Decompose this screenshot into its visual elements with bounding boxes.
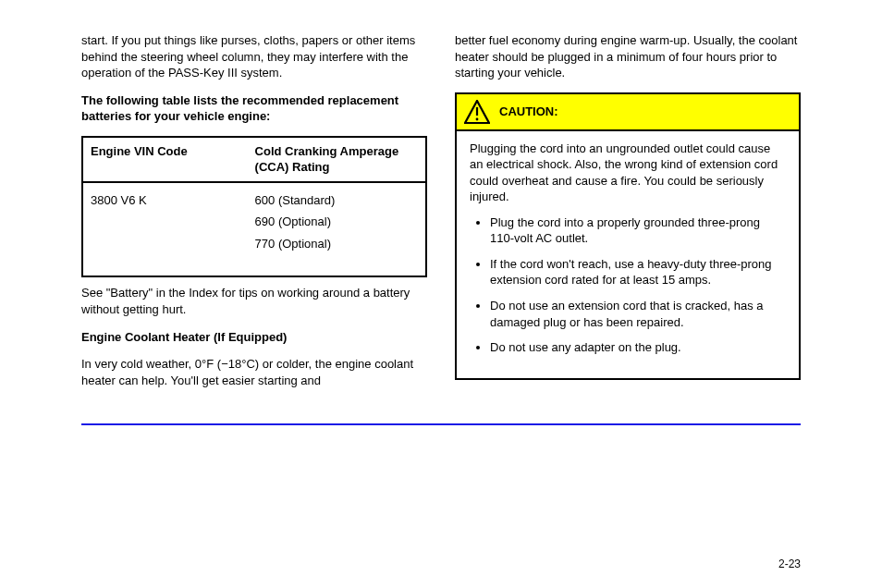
footer-rule (81, 423, 801, 425)
caution-box: CAUTION: Plugging the cord into an ungro… (455, 92, 801, 380)
caution-header: CAUTION: (457, 94, 799, 131)
right-column: better fuel economy during engine warm-u… (455, 32, 801, 399)
table-header-row: Engine VIN Code Cold Cranking Amperage (… (83, 138, 425, 183)
cell-cca-values: 600 (Standard) 690 (Optional) 770 (Optio… (248, 183, 425, 276)
caution-bullet: Plug the cord into a properly grounded t… (490, 214, 786, 247)
caution-bullet: Do not use an extension cord that is cra… (490, 298, 786, 330)
page-number: 2-23 (778, 557, 801, 571)
warning-triangle-icon (464, 100, 490, 124)
caution-bullet: If the cord won't reach, use a heavy-dut… (490, 256, 786, 288)
caution-lead: Plugging the cord into an ungrounded out… (470, 141, 786, 205)
battery-reference: See "Battery" in the Index for tips on w… (81, 285, 427, 317)
cca-row: 690 (Optional) (255, 214, 418, 230)
cca-row: 770 (Optional) (255, 236, 418, 252)
cca-row: 600 (Standard) (255, 192, 418, 209)
engine-heater-heading: Engine Coolant Heater (If Equipped) (81, 329, 427, 346)
svg-point-2 (476, 117, 479, 120)
table-intro: The following table lists the recommende… (81, 92, 427, 125)
engine-heater-body: In very cold weather, 0°F (−18°C) or col… (81, 356, 427, 388)
col-header-cca: Cold Cranking Amperage (CCA) Rating (248, 138, 425, 181)
table-body-row: 3800 V6 K 600 (Standard) 690 (Optional) … (83, 183, 425, 276)
caution-bullet: Do not use any adapter on the plug. (490, 339, 786, 356)
caution-body: Plugging the cord into an ungrounded out… (457, 131, 799, 378)
battery-table: Engine VIN Code Cold Cranking Amperage (… (81, 136, 427, 278)
cell-engine-code: 3800 V6 K (83, 183, 248, 276)
left-column: start. If you put things like purses, cl… (81, 32, 427, 399)
caution-label: CAUTION: (499, 104, 558, 120)
intro-paragraph: start. If you put things like purses, cl… (81, 32, 427, 81)
warmup-paragraph: better fuel economy during engine warm-u… (455, 32, 801, 81)
caution-list: Plug the cord into a properly grounded t… (470, 214, 786, 356)
col-header-engine: Engine VIN Code (83, 138, 248, 181)
